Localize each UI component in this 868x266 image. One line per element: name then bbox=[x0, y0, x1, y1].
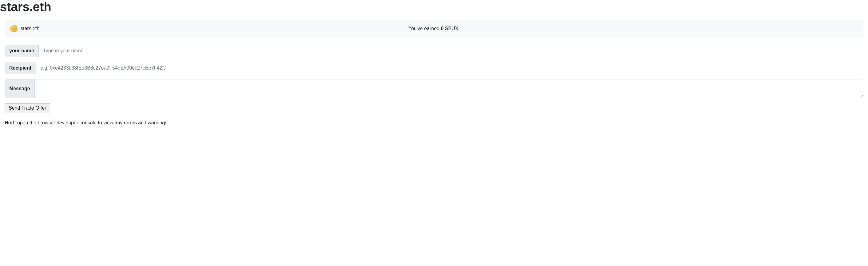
name-input-group: your name bbox=[5, 45, 863, 57]
earned-text: You've earned 0 SBUX! bbox=[408, 26, 460, 31]
message-label: Message bbox=[5, 80, 35, 98]
send-trade-offer-button[interactable]: Send Trade Offer bbox=[5, 103, 50, 113]
hint-text: Hint: open the browser developer console… bbox=[5, 119, 863, 126]
earned-prefix: You've earned bbox=[408, 26, 441, 31]
status-bar: stars.eth You've earned 0 SBUX! bbox=[5, 20, 863, 37]
avatar-icon bbox=[10, 25, 18, 32]
message-input-group: Message bbox=[5, 79, 863, 98]
earned-amount: 0 bbox=[441, 26, 443, 31]
wallet-name: stars.eth bbox=[21, 26, 39, 31]
earned-suffix: SBUX! bbox=[443, 26, 460, 31]
name-label: your name bbox=[5, 45, 39, 57]
message-textarea[interactable] bbox=[35, 80, 863, 98]
hint-body: open the browser developer console to vi… bbox=[16, 120, 168, 125]
name-input[interactable] bbox=[39, 45, 863, 57]
recipient-label: Recipient bbox=[5, 62, 36, 74]
recipient-input-group: Recipient bbox=[5, 62, 863, 74]
page-title: stars.eth bbox=[0, 0, 868, 14]
hint-label: Hint: bbox=[5, 120, 16, 125]
recipient-input[interactable] bbox=[36, 62, 863, 74]
main-container: stars.eth You've earned 0 SBUX! your nam… bbox=[0, 20, 868, 126]
